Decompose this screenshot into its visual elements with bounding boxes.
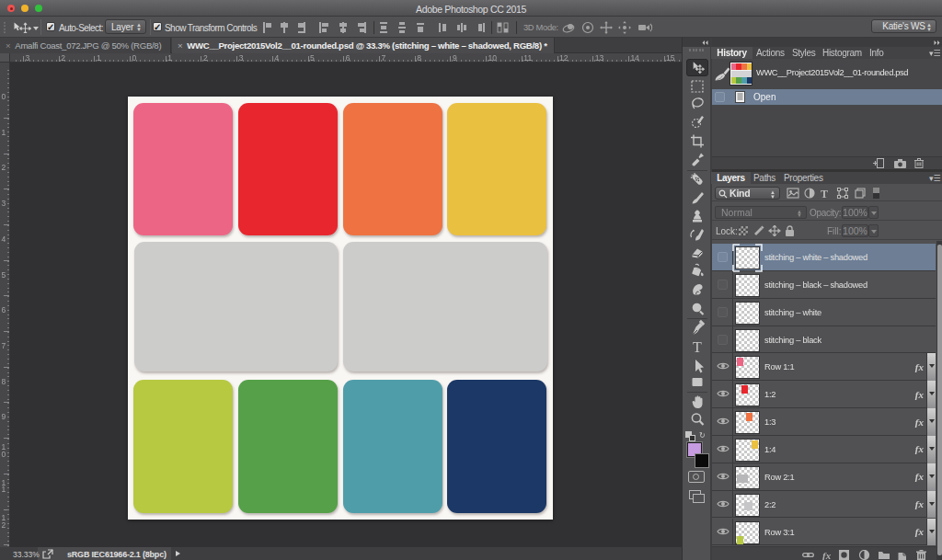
svg-text:T: T xyxy=(821,188,828,199)
svg-text:fx: fx xyxy=(822,550,832,560)
